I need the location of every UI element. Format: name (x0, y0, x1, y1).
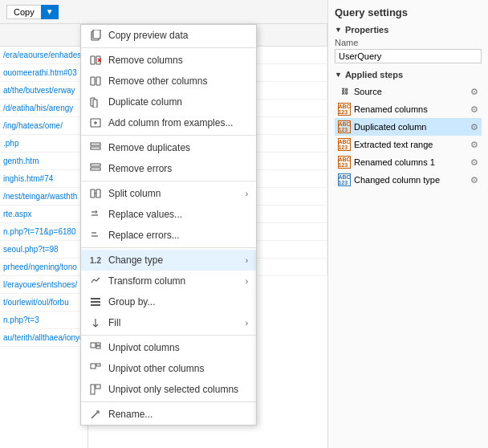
menu-item-duplicate-column[interactable]: Duplicate column (81, 92, 256, 112)
copy-preview-icon (89, 29, 102, 42)
duplicate-column-label: Duplicate column (108, 96, 248, 108)
step-icon-num: ABC123 (338, 173, 351, 186)
remove-dupes-icon (89, 141, 102, 154)
step-settings-icon[interactable]: ⚙ (470, 175, 478, 185)
change-type-arrow: › (246, 256, 248, 265)
applied-steps-label: Applied steps (345, 70, 403, 79)
copy-split-button[interactable]: Copy ▼ (6, 5, 59, 19)
menu-item-remove-errors[interactable]: Remove errors (81, 158, 256, 179)
rename-label: Rename... (108, 409, 248, 420)
transform-column-icon (89, 275, 102, 287)
group-by-label: Group by... (108, 296, 248, 307)
unpivot-other-icon (89, 362, 102, 375)
copy-dropdown-arrow[interactable]: ▼ (41, 5, 59, 19)
url-cell: n.php?t=71&p=6180 (0, 223, 87, 241)
query-settings-panel: Query settings ▼ Properties Name ▼ Appli… (327, 0, 488, 448)
menu-item-group-by[interactable]: Group by... (81, 291, 256, 312)
step-label: Duplicated column (354, 122, 427, 132)
step-item-renamed_cols[interactable]: ABC123Renamed columns⚙ (335, 100, 482, 118)
step-item-extracted_text[interactable]: ABC123Extracted text range⚙ (335, 136, 482, 153)
add-from-examples-icon (89, 116, 102, 129)
transform-column-arrow: › (246, 277, 248, 286)
menu-item-fill[interactable]: Fill › (81, 312, 256, 333)
menu-item-unpivot-columns[interactable]: Unpivot columns (81, 337, 256, 358)
transform-column-label: Transform column (108, 275, 239, 287)
step-label: Extracted text range (354, 140, 433, 149)
copy-preview-label: Copy preview data (108, 30, 248, 41)
menu-item-unpivot-only-selected[interactable]: Unpivot only selected columns (81, 379, 256, 400)
svg-rect-38 (91, 298, 100, 299)
step-item-renamed_cols1[interactable]: ABC123Renamed columns 1⚙ (335, 153, 482, 171)
name-label: Name (335, 38, 482, 47)
step-item-source[interactable]: ⛓Source⚙ (335, 83, 482, 100)
url-cell: genth.htm (0, 153, 87, 170)
separator (81, 335, 256, 336)
menu-item-replace-values[interactable]: Replace values... (81, 204, 256, 225)
change-type-label: Change type (108, 255, 239, 266)
menu-item-remove-other-columns[interactable]: Remove other columns (81, 71, 256, 92)
menu-item-add-from-examples[interactable]: Add column from examples... (81, 112, 256, 133)
svg-rect-16 (91, 168, 100, 170)
step-settings-icon[interactable]: ⚙ (470, 87, 478, 97)
url-cell: n.php?t=3 (0, 312, 87, 329)
svg-rect-39 (91, 301, 100, 303)
step-item-changed_col_type[interactable]: ABC123Changed column type⚙ (335, 171, 482, 189)
url-cell: prheed/ngening/tono (0, 259, 87, 276)
group-by-icon (89, 295, 102, 308)
step-item-duplicated_col[interactable]: ABC123Duplicated column⚙ (335, 118, 482, 136)
unpivot-other-label: Unpivot other columns (108, 363, 248, 374)
change-type-icon: 1.2 (89, 254, 102, 267)
step-label: Renamed columns (354, 104, 428, 114)
remove-dupes-label: Remove duplicates (108, 142, 248, 153)
step-icon-abc: ABC123 (338, 103, 351, 116)
menu-item-remove-columns[interactable]: Remove columns (81, 50, 256, 71)
step-settings-icon[interactable]: ⚙ (470, 104, 478, 115)
replace-values-label: Replace values... (108, 209, 248, 220)
separator (81, 47, 256, 48)
properties-section: ▼ Properties (335, 25, 482, 35)
menu-item-copy-preview[interactable]: Copy preview data (81, 25, 256, 46)
svg-rect-40 (91, 304, 100, 306)
menu-item-move[interactable]: Move › (81, 425, 256, 426)
remove-columns-label: Remove columns (108, 55, 248, 66)
step-settings-icon[interactable]: ⚙ (470, 140, 478, 150)
panel-title: Query settings (335, 6, 482, 18)
menu-item-replace-errors[interactable]: Replace errors... (81, 225, 256, 246)
svg-rect-13 (91, 143, 100, 145)
step-settings-icon[interactable]: ⚙ (470, 157, 478, 168)
svg-rect-1 (93, 30, 100, 39)
svg-rect-2 (91, 56, 95, 64)
copy-button-label[interactable]: Copy (6, 5, 41, 19)
remove-errors-icon (89, 162, 102, 175)
menu-item-change-type[interactable]: 1.2 Change type › 1.2 Decimal number $ C… (81, 250, 256, 271)
step-icon-chain: ⛓ (338, 85, 351, 98)
remove-columns-icon (89, 54, 102, 67)
remove-other-columns-icon (89, 75, 102, 88)
replace-errors-icon (89, 229, 102, 242)
step-icon-abc: ABC123 (338, 138, 351, 151)
remove-errors-label: Remove errors (108, 163, 248, 174)
unpivot-only-label: Unpivot only selected columns (108, 384, 248, 395)
url-cell: /nest/teingar/wasthth (0, 188, 87, 206)
svg-rect-48 (96, 385, 100, 389)
step-label: Source (354, 87, 382, 96)
menu-item-unpivot-other-columns[interactable]: Unpivot other columns (81, 358, 256, 379)
step-icon-abc: ABC123 (338, 156, 351, 169)
menu-item-rename[interactable]: Rename... (81, 404, 256, 425)
svg-rect-47 (91, 385, 95, 394)
url-cell: l/erayoues/entshoes/ (0, 276, 87, 294)
menu-item-split-column[interactable]: Split column › (81, 183, 256, 204)
fill-label: Fill (108, 317, 239, 328)
step-settings-icon[interactable]: ⚙ (470, 122, 478, 132)
toolbar: Copy ▼ (0, 0, 327, 24)
menu-item-remove-dupes[interactable]: Remove duplicates (81, 137, 256, 158)
url-cell: /era/eaourse/enhades/ (0, 47, 87, 64)
separator (81, 135, 256, 136)
svg-rect-9 (93, 100, 97, 108)
properties-chevron: ▼ (335, 26, 342, 34)
unpivot-columns-icon (89, 341, 102, 354)
svg-rect-42 (91, 343, 96, 348)
url-cell: /ing/hateas/ome/ (0, 117, 87, 135)
menu-item-transform-column[interactable]: Transform column › (81, 271, 256, 291)
name-input[interactable] (335, 49, 482, 63)
